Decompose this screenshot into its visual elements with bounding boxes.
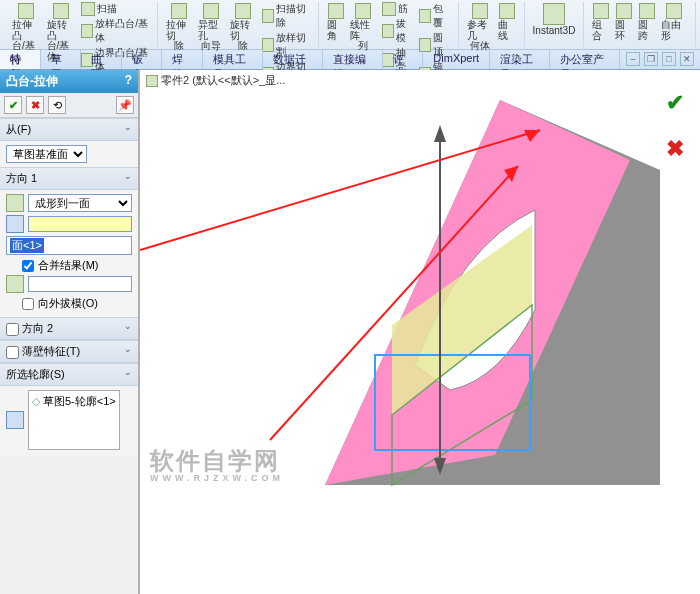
svg-marker-6 <box>434 125 446 142</box>
pm-ok-button[interactable]: ✔ <box>4 96 22 114</box>
section-contours[interactable]: 所选轮廓(S)⌄ <box>0 363 138 386</box>
graphics-area[interactable]: 零件2 (默认<<默认>_显... ✔ ✖ 软件自学网 WWW.RJZXW.CO… <box>140 70 700 594</box>
section-thin[interactable]: 薄壁特征(T)⌄ <box>0 340 138 363</box>
tab-moldtools[interactable]: 模具工具 <box>203 50 263 69</box>
model-view <box>140 70 700 580</box>
watermark: 软件自学网 WWW.RJZXW.COM <box>150 445 284 483</box>
pm-cancel-button[interactable]: ✖ <box>26 96 44 114</box>
tab-surface[interactable]: 曲面 <box>81 50 122 69</box>
tab-sketch[interactable]: 草图 <box>41 50 82 69</box>
contour-list[interactable]: 草图5-轮廓<1> <box>28 390 120 450</box>
pm-detail-button[interactable]: ⟲ <box>48 96 66 114</box>
tab-features[interactable]: 特征 <box>0 50 41 69</box>
ref-geometry-button[interactable]: 参考几何体 <box>465 2 495 53</box>
from-select[interactable]: 草图基准面 <box>6 145 87 163</box>
property-manager: 凸台-拉伸 ? ✔ ✖ ⟲ 📌 从(F)⌄ 草图基准面 方向 1⌄ 成形到一面 … <box>0 70 140 594</box>
reverse-dir-icon[interactable] <box>6 194 24 212</box>
freeform-button[interactable]: 自由形 <box>659 2 689 42</box>
draft-input[interactable] <box>28 276 132 292</box>
instant3d-button[interactable]: Instant3D <box>531 2 578 38</box>
pm-title: 凸台-拉伸 <box>6 73 58 90</box>
tab-directedit[interactable]: 直接编辑 <box>323 50 383 69</box>
tab-weldments[interactable]: 焊件 <box>162 50 203 69</box>
draft-button[interactable]: 拔模 <box>380 17 415 45</box>
ring-button[interactable]: 圆环 <box>613 2 634 42</box>
tab-evaluate[interactable]: 评估 <box>383 50 424 69</box>
pm-pin-button[interactable]: 📌 <box>116 96 134 114</box>
tab-sheetmetal[interactable]: 钣金 <box>122 50 163 69</box>
wrap-button[interactable]: 包覆 <box>417 2 452 30</box>
curves-button[interactable]: 曲线 <box>496 2 517 53</box>
window-min-button[interactable]: – <box>626 52 640 66</box>
tab-dimxpert[interactable]: DimXpert <box>423 50 490 69</box>
section-dir2[interactable]: 方向 2⌄ <box>0 317 138 340</box>
command-tabs: 特征 草图 曲面 钣金 焊件 模具工具 数据迁移 直接编辑 评估 DimXper… <box>0 50 700 70</box>
doughnut-button[interactable]: 圆跨 <box>636 2 657 42</box>
combine-button[interactable]: 组合 <box>590 2 611 42</box>
contour-icon <box>6 411 24 429</box>
window-max-button[interactable]: □ <box>662 52 676 66</box>
tab-datamigration[interactable]: 数据迁移 <box>263 50 323 69</box>
face-selection[interactable]: 面<1> <box>6 236 132 255</box>
end-condition-select[interactable]: 成形到一面 <box>28 194 132 212</box>
section-from[interactable]: 从(F)⌄ <box>0 118 138 141</box>
swept-boss-button[interactable]: 扫描 <box>79 2 151 16</box>
depth-input[interactable] <box>28 216 132 232</box>
swept-cut-button[interactable]: 扫描切除 <box>260 2 312 30</box>
rib-button[interactable]: 筋 <box>380 2 415 16</box>
draft-icon[interactable] <box>6 275 24 293</box>
ribbon-toolbar: 拉伸凸台/基体 旋转凸台/基体 扫描 放样凸台/基体 边界凸台/基体 拉伸切除 … <box>0 0 700 50</box>
window-restore-button[interactable]: ❐ <box>644 52 658 66</box>
depth-icon <box>6 215 24 233</box>
contour-item[interactable]: 草图5-轮廓<1> <box>32 394 116 409</box>
tab-render[interactable]: 渲染工具 <box>490 50 550 69</box>
merge-result-checkbox[interactable]: 合并结果(M) <box>22 258 132 273</box>
draft-outward-checkbox[interactable]: 向外拔模(O) <box>22 296 132 311</box>
section-dir1[interactable]: 方向 1⌄ <box>0 167 138 190</box>
pm-help-icon[interactable]: ? <box>125 73 132 90</box>
loft-boss-button[interactable]: 放样凸台/基体 <box>79 17 151 45</box>
pm-title-bar: 凸台-拉伸 ? <box>0 70 138 93</box>
tab-office[interactable]: 办公室产品 <box>550 50 620 69</box>
window-close-button[interactable]: ✕ <box>680 52 694 66</box>
